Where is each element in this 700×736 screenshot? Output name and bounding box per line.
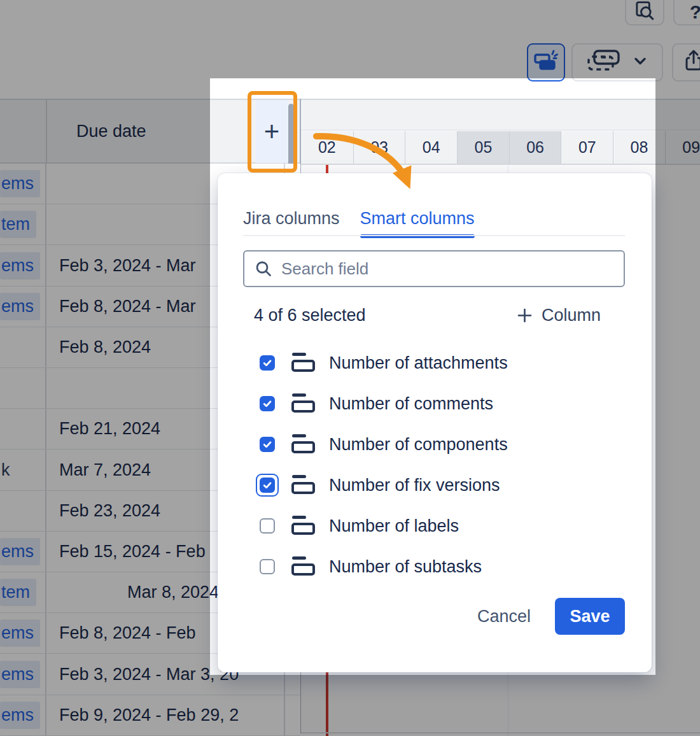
field-label: Number of subtasks (329, 557, 482, 577)
dialog-footer: Cancel Save (477, 598, 625, 635)
app-screenshot: ? (0, 0, 700, 736)
dim-overlay-bottom (0, 675, 700, 736)
save-button[interactable]: Save (555, 598, 625, 635)
timeline-day-04: 04 (405, 131, 457, 164)
dim-overlay-top (0, 0, 700, 78)
field-row[interactable]: Number of fix versions (243, 465, 626, 506)
checkbox[interactable] (260, 518, 275, 534)
checkbox-focus-ring (256, 351, 279, 374)
tab-smart-columns[interactable]: Smart columns (360, 209, 475, 236)
field-row[interactable]: Number of subtasks (243, 546, 626, 587)
field-label: Number of fix versions (329, 476, 500, 495)
checkbox[interactable] (260, 478, 275, 493)
timeline-day-03: 03 (353, 131, 405, 164)
timeline-day-07: 07 (561, 131, 613, 164)
field-row[interactable]: Number of labels (243, 506, 626, 546)
field-row[interactable]: Number of components (243, 424, 626, 465)
column-settings-dialog: Jira columns Smart columns 4 of 6 select… (218, 173, 652, 672)
highlight-rectangle (248, 91, 297, 173)
tab-jira-columns[interactable]: Jira columns (243, 209, 340, 236)
column-tray-icon (291, 352, 318, 374)
timeline-day-06: 06 (509, 131, 561, 164)
timeline-day-labels: 0203040506070809 (301, 131, 700, 165)
dialog-tabs: Jira columns Smart columns (243, 209, 475, 236)
search-icon (255, 260, 272, 278)
checkbox[interactable] (260, 396, 275, 411)
search-input[interactable] (280, 258, 616, 280)
cancel-button[interactable]: Cancel (477, 607, 531, 626)
dim-overlay-right (655, 78, 700, 675)
checkbox-focus-ring (256, 433, 279, 456)
field-label: Number of comments (329, 394, 493, 414)
checkbox[interactable] (260, 355, 275, 371)
checkbox-focus-ring (256, 514, 279, 537)
timeline-day-02: 02 (301, 131, 353, 164)
smart-columns-list: Number of attachmentsNumber of commentsN… (243, 343, 626, 587)
field-label: Number of labels (329, 516, 459, 536)
column-tray-icon (291, 434, 318, 455)
add-custom-column-button[interactable]: Column (516, 306, 601, 325)
column-tray-icon (291, 556, 318, 577)
checkbox-focus-ring (256, 555, 279, 578)
tabs-divider (243, 235, 625, 236)
plus-icon (516, 307, 533, 324)
dim-overlay-left (0, 78, 210, 675)
add-column-label: Column (542, 306, 601, 325)
search-field-box (243, 250, 625, 287)
column-tray-icon (291, 393, 318, 414)
checkbox-focus-ring (256, 474, 279, 497)
column-tray-icon (291, 515, 318, 537)
field-label: Number of components (329, 435, 508, 455)
timeline-day-05: 05 (457, 131, 509, 164)
field-row[interactable]: Number of attachments (243, 343, 626, 383)
checkbox[interactable] (260, 437, 275, 452)
checkbox[interactable] (260, 559, 275, 574)
timeline-month-band (301, 99, 700, 131)
selection-meta-row: 4 of 6 selected Column (243, 306, 626, 325)
column-tray-icon (291, 474, 318, 496)
selected-count-label: 4 of 6 selected (254, 306, 366, 325)
checkbox-focus-ring (256, 392, 279, 415)
field-label: Number of attachments (329, 353, 508, 373)
field-row[interactable]: Number of comments (243, 383, 626, 424)
